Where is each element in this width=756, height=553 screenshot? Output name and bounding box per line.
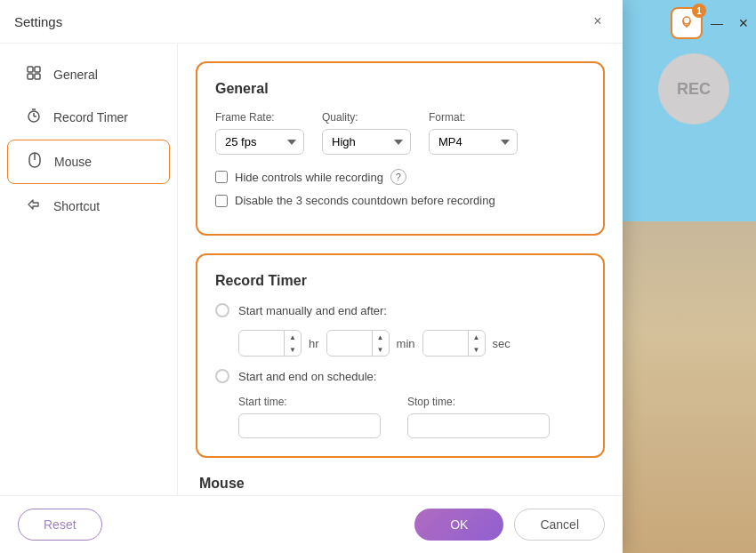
- sidebar-item-general[interactable]: General: [7, 54, 170, 95]
- general-section-card: General Frame Rate: 15 fps 20 fps 25 fps…: [196, 61, 605, 236]
- svg-rect-4: [35, 67, 40, 72]
- quality-label: Quality:: [322, 111, 411, 124]
- dialog-close-button[interactable]: ×: [587, 11, 608, 32]
- notification-badge: 1: [692, 4, 706, 18]
- record-timer-icon: [25, 108, 43, 127]
- dialog-body: General Record Timer: [0, 44, 623, 495]
- schedule-option-label: Start and end on schedule:: [238, 370, 376, 383]
- minutes-input[interactable]: 0: [327, 333, 372, 355]
- quality-group: Quality: Low Medium High Lossless: [322, 111, 411, 155]
- notification-button[interactable]: 1: [671, 7, 703, 39]
- reset-button[interactable]: Reset: [18, 509, 102, 541]
- rec-button[interactable]: REC: [658, 53, 729, 124]
- stop-time-label: Stop time:: [407, 396, 550, 408]
- manual-timer-option: Start manually and end after:: [215, 303, 585, 317]
- hours-field: 1 ▲ ▼: [238, 330, 302, 357]
- format-label: Format:: [429, 111, 518, 124]
- top-right-controls: 1 — ✕: [671, 7, 756, 39]
- sidebar-item-shortcut[interactable]: Shortcut: [7, 186, 170, 227]
- hr-label: hr: [309, 337, 319, 350]
- seconds-field: 0 ▲ ▼: [422, 330, 486, 357]
- sidebar-label-shortcut: Shortcut: [53, 199, 100, 213]
- seconds-input[interactable]: 0: [423, 333, 468, 355]
- minutes-up[interactable]: ▲: [373, 331, 389, 343]
- disable-countdown-row: Disable the 3 seconds countdown before r…: [215, 194, 585, 207]
- ok-button[interactable]: OK: [414, 509, 503, 541]
- minutes-spinners: ▲ ▼: [372, 331, 389, 356]
- general-section-title: General: [215, 81, 585, 97]
- svg-point-0: [683, 17, 690, 24]
- hours-down[interactable]: ▼: [285, 343, 301, 356]
- sidebar-label-general: General: [53, 68, 98, 82]
- minimize-button[interactable]: —: [704, 11, 729, 36]
- dialog-footer: Reset OK Cancel: [0, 495, 623, 553]
- svg-rect-6: [35, 74, 40, 79]
- sidebar: General Record Timer: [0, 44, 178, 495]
- hours-up[interactable]: ▲: [285, 331, 301, 343]
- mouse-section-title: Mouse: [196, 476, 605, 492]
- sec-label: sec: [493, 337, 511, 350]
- seconds-down[interactable]: ▼: [469, 343, 485, 356]
- footer-right-buttons: OK Cancel: [414, 509, 605, 541]
- dialog-title: Settings: [14, 14, 62, 29]
- schedule-inputs: Start time: 06/22/2022 16:57:26 Stop tim…: [238, 396, 585, 438]
- start-time-group: Start time: 06/22/2022 16:57:26: [238, 396, 381, 438]
- hide-controls-row: Hide controls while recording ?: [215, 169, 585, 185]
- frame-rate-group: Frame Rate: 15 fps 20 fps 25 fps 30 fps …: [215, 111, 304, 155]
- svg-rect-3: [28, 67, 33, 72]
- schedule-option: Start and end on schedule:: [215, 369, 585, 383]
- sidebar-item-record-timer[interactable]: Record Timer: [7, 97, 170, 138]
- shortcut-icon: [25, 196, 43, 216]
- disable-countdown-label: Disable the 3 seconds countdown before r…: [235, 194, 495, 207]
- start-time-input[interactable]: 06/22/2022 16:57:26: [238, 413, 381, 438]
- record-timer-section-title: Record Timer: [215, 273, 585, 289]
- format-select[interactable]: MP4 AVI MOV GIF: [429, 129, 518, 155]
- sidebar-item-mouse[interactable]: Mouse: [7, 140, 170, 184]
- disable-countdown-checkbox[interactable]: [215, 195, 228, 207]
- hours-input[interactable]: 1: [239, 333, 284, 355]
- stop-time-group: Stop time: 06/22/2022 17:57:26: [407, 396, 550, 438]
- sidebar-label-mouse: Mouse: [54, 155, 92, 169]
- window-close-button[interactable]: ✕: [731, 11, 756, 36]
- schedule-radio[interactable]: [215, 369, 229, 383]
- manual-option-label: Start manually and end after:: [238, 304, 387, 317]
- frame-rate-label: Frame Rate:: [215, 111, 304, 124]
- quality-select[interactable]: Low Medium High Lossless: [322, 129, 411, 155]
- start-time-label: Start time:: [238, 396, 381, 408]
- hours-spinners: ▲ ▼: [284, 331, 301, 356]
- settings-dialog: Settings × General: [0, 0, 623, 553]
- record-timer-section-card: Record Timer Start manually and end afte…: [196, 253, 605, 458]
- cancel-button[interactable]: Cancel: [514, 509, 605, 541]
- min-label: min: [397, 337, 415, 350]
- manual-radio[interactable]: [215, 303, 229, 317]
- format-group: Format: MP4 AVI MOV GIF: [429, 111, 518, 155]
- stop-time-input[interactable]: 06/22/2022 17:57:26: [407, 413, 550, 438]
- general-icon: [25, 65, 43, 84]
- sidebar-label-record-timer: Record Timer: [53, 110, 128, 124]
- help-icon[interactable]: ?: [390, 169, 406, 185]
- hide-controls-checkbox[interactable]: [215, 171, 228, 183]
- frame-rate-select[interactable]: 15 fps 20 fps 25 fps 30 fps 60 fps: [215, 129, 304, 155]
- minutes-field: 0 ▲ ▼: [326, 330, 390, 357]
- seconds-spinners: ▲ ▼: [468, 331, 485, 356]
- seconds-up[interactable]: ▲: [469, 331, 485, 343]
- content-area: General Frame Rate: 15 fps 20 fps 25 fps…: [178, 44, 623, 495]
- minutes-down[interactable]: ▼: [373, 343, 389, 356]
- general-form-row: Frame Rate: 15 fps 20 fps 25 fps 30 fps …: [215, 111, 585, 155]
- timer-inputs-row: 1 ▲ ▼ hr 0 ▲ ▼ min: [238, 330, 585, 357]
- mouse-icon: [26, 151, 44, 172]
- svg-rect-5: [28, 74, 33, 79]
- dialog-titlebar: Settings ×: [0, 0, 623, 44]
- hide-controls-label: Hide controls while recording: [235, 171, 383, 184]
